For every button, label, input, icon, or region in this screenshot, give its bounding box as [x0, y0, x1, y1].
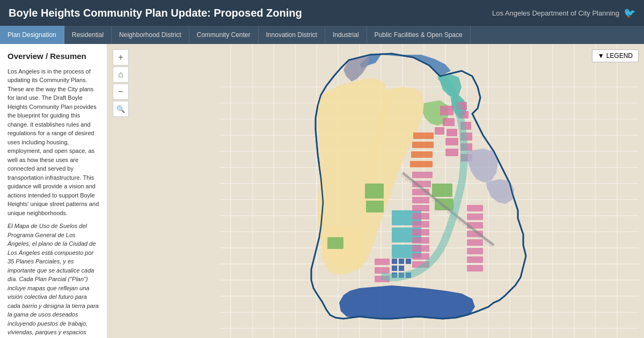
svg-rect-80	[375, 259, 390, 265]
svg-rect-52	[410, 161, 433, 167]
svg-rect-67	[412, 229, 429, 236]
tab-industrial[interactable]: Industrial	[325, 26, 367, 44]
svg-rect-79	[467, 265, 483, 271]
header-right: Los Angeles Department of City Planning …	[492, 7, 635, 19]
zoom-out-button[interactable]: −	[113, 84, 129, 100]
tab-residential[interactable]: Residential	[64, 26, 112, 44]
main-layout: Overview / Resumen Los Angeles is in the…	[0, 44, 644, 338]
tab-innovation-district[interactable]: Innovation District	[259, 26, 325, 44]
svg-rect-84	[399, 259, 404, 264]
svg-rect-50	[412, 142, 434, 148]
zoom-in-button[interactable]: +	[113, 49, 129, 65]
map-svg	[107, 44, 644, 338]
sidebar: Overview / Resumen Los Angeles is in the…	[0, 44, 107, 338]
svg-rect-40	[435, 127, 444, 135]
svg-rect-83	[392, 259, 397, 264]
tab-plan-designation[interactable]: Plan Designation	[0, 26, 64, 44]
twitter-icon[interactable]: 🐦	[624, 7, 635, 19]
svg-rect-60	[412, 172, 433, 178]
svg-rect-49	[413, 133, 434, 139]
map-container[interactable]: + ⌂ − 🔍 ▼ LEGEND	[107, 44, 644, 338]
tab-neighborhood-district[interactable]: Neighborhood District	[112, 26, 189, 44]
svg-rect-72	[467, 205, 483, 211]
svg-rect-64	[412, 205, 429, 211]
svg-rect-78	[467, 256, 483, 263]
svg-rect-51	[411, 151, 433, 158]
map-controls: + ⌂ − 🔍	[113, 49, 129, 117]
svg-rect-47	[445, 149, 458, 156]
svg-rect-58	[432, 183, 452, 197]
sidebar-spanish-p1: El Mapa de Uso de Suelos del Programa Ge…	[8, 222, 99, 338]
legend-button[interactable]: ▼ LEGEND	[592, 49, 639, 62]
svg-rect-39	[443, 118, 455, 126]
legend-label: LEGEND	[606, 52, 633, 60]
page-title: Boyle Heights Community Plan Update: Pro…	[9, 7, 302, 19]
home-button[interactable]: ⌂	[113, 67, 129, 83]
svg-rect-91	[327, 237, 343, 249]
search-button[interactable]: 🔍	[113, 101, 129, 117]
sidebar-english-p1: Los Angeles is in the process of updatin…	[8, 67, 99, 218]
svg-rect-45	[445, 138, 458, 145]
svg-rect-68	[412, 237, 429, 244]
tab-bar: Plan Designation Residential Neighborhoo…	[0, 26, 644, 44]
svg-rect-76	[467, 239, 483, 246]
svg-rect-41	[447, 129, 457, 136]
svg-rect-57	[366, 201, 384, 212]
svg-rect-37	[440, 106, 453, 115]
svg-rect-66	[412, 221, 429, 227]
svg-rect-69	[412, 245, 429, 252]
agency-name: Los Angeles Department of City Planning	[492, 9, 619, 17]
svg-rect-86	[392, 266, 397, 271]
svg-rect-73	[467, 214, 483, 220]
header: Boyle Heights Community Plan Update: Pro…	[0, 0, 644, 26]
svg-rect-85	[406, 259, 411, 264]
svg-rect-56	[365, 183, 384, 199]
tab-public-facilities[interactable]: Public Facilities & Open Space	[367, 26, 471, 44]
svg-rect-70	[412, 253, 429, 260]
tab-community-center[interactable]: Community Center	[189, 26, 259, 44]
sidebar-heading: Overview / Resumen	[8, 50, 99, 63]
svg-rect-63	[412, 197, 429, 203]
chevron-down-icon: ▼	[598, 52, 604, 60]
svg-rect-65	[412, 213, 429, 219]
svg-rect-77	[467, 248, 483, 254]
svg-rect-87	[399, 266, 404, 271]
